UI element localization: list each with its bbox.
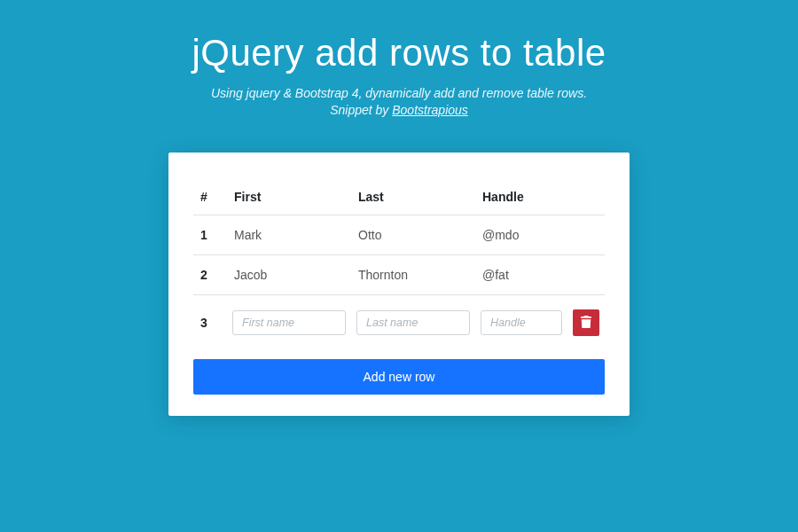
page-subtitle-line1: Using jquery & Bootstrap 4, dynamically … xyxy=(0,83,798,103)
cell-last: Otto xyxy=(351,215,475,255)
table-row: 2 Jacob Thornton @fat xyxy=(193,255,605,295)
delete-row-button[interactable] xyxy=(573,309,599,336)
table-row: 1 Mark Otto @mdo xyxy=(193,215,605,255)
add-row-button[interactable]: Add new row xyxy=(193,359,605,395)
cell-last-input xyxy=(351,295,475,351)
cell-first: Mark xyxy=(227,215,351,255)
cell-index: 3 xyxy=(193,295,227,351)
page-header: jQuery add rows to table Using jquery & … xyxy=(0,0,798,117)
last-name-input[interactable] xyxy=(356,310,470,335)
trash-icon xyxy=(580,316,592,331)
cell-index: 1 xyxy=(193,215,227,255)
cell-action xyxy=(567,255,605,295)
page-title: jQuery add rows to table xyxy=(0,32,798,74)
col-header-action xyxy=(567,181,605,215)
page-subtitle-line2: Snippet by Bootstrapious xyxy=(0,103,798,117)
cell-delete xyxy=(567,295,605,351)
cell-last: Thornton xyxy=(351,255,475,295)
table-input-row: 3 xyxy=(193,295,605,351)
cell-handle-input xyxy=(475,295,567,351)
col-header-last: Last xyxy=(351,181,475,215)
cell-index: 2 xyxy=(193,255,227,295)
first-name-input[interactable] xyxy=(232,310,346,335)
cell-handle: @fat xyxy=(475,255,567,295)
snippet-prefix: Snippet by xyxy=(330,103,392,117)
handle-input[interactable] xyxy=(481,310,562,335)
col-header-first: First xyxy=(227,181,351,215)
cell-action xyxy=(567,215,605,255)
snippet-author-link[interactable]: Bootstrapious xyxy=(392,103,468,117)
cell-first-input xyxy=(227,295,351,351)
data-table: # First Last Handle 1 Mark Otto @mdo 2 J… xyxy=(193,181,605,350)
col-header-handle: Handle xyxy=(475,181,567,215)
table-card: # First Last Handle 1 Mark Otto @mdo 2 J… xyxy=(168,153,630,416)
cell-handle: @mdo xyxy=(475,215,567,255)
cell-first: Jacob xyxy=(227,255,351,295)
table-header-row: # First Last Handle xyxy=(193,181,605,215)
col-header-index: # xyxy=(193,181,227,215)
